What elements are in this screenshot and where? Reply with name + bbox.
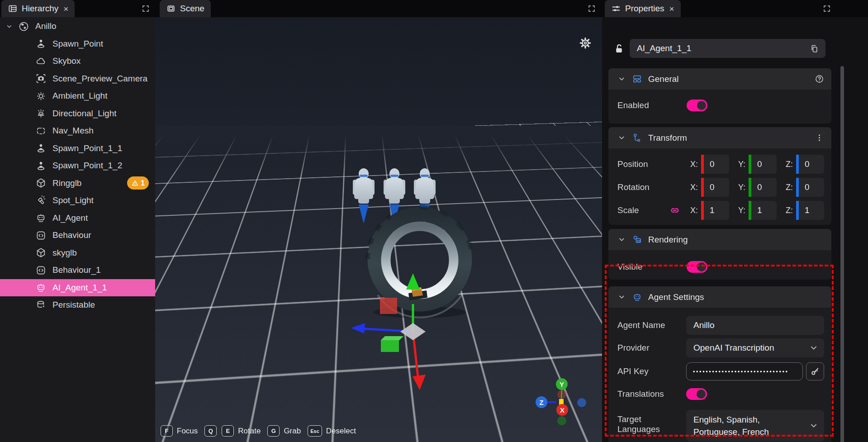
section-header[interactable]: Transform (608, 127, 831, 148)
scene-viewport[interactable]: Y Z X FFocusQERotateGGrabEscDeselect (155, 17, 602, 442)
viewport-settings-gear-icon[interactable] (579, 36, 592, 50)
rotation-z-input[interactable]: 0 (799, 178, 824, 197)
scene-panel: Scene (155, 0, 602, 442)
field-label: Agent Name (617, 320, 685, 330)
tree-item-Persistable[interactable]: Persistable (0, 296, 155, 314)
section-header[interactable]: Agent Settings (608, 286, 831, 308)
tab-properties[interactable]: Properties × (605, 0, 681, 17)
expand-panel-icon[interactable] (142, 5, 150, 13)
translations-toggle[interactable] (686, 388, 707, 400)
warning-count: 1 (141, 179, 145, 187)
gizmo-arrow-y[interactable] (406, 273, 420, 290)
copy-icon[interactable] (810, 44, 819, 53)
tree-item-label: Skybox (52, 56, 155, 66)
section-general: GeneralEnabled (608, 68, 831, 124)
section-header[interactable]: General (608, 68, 831, 90)
enabled-toggle[interactable] (687, 100, 707, 111)
axis-field: Y:0 (735, 155, 777, 174)
chevron-down-icon[interactable] (617, 293, 626, 301)
hierarchy-icon (8, 4, 18, 14)
visible-toggle[interactable] (687, 261, 707, 273)
chevron-down-icon[interactable] (617, 75, 626, 83)
target-languages-select[interactable]: English, Spanish, Portuguese, French (686, 410, 824, 442)
scale-x-input[interactable]: 1 (704, 201, 729, 220)
tree-item-Ambient_Light[interactable]: Ambient_Light (0, 87, 155, 105)
database-icon (35, 299, 47, 311)
tab-hierarchy[interactable]: Hierarchy × (1, 0, 75, 17)
position-x-input[interactable]: 0 (704, 155, 729, 174)
sun-icon (35, 90, 47, 102)
close-icon[interactable]: × (669, 5, 674, 13)
tree-item-Behaviour[interactable]: Behaviour (0, 227, 155, 244)
gizmo-plane-x[interactable] (380, 298, 397, 314)
more-options-icon[interactable] (815, 133, 824, 143)
gizmo-arrow-z[interactable] (351, 323, 365, 333)
chevron-down-icon[interactable] (617, 235, 626, 244)
chevron-down-icon[interactable] (809, 421, 819, 431)
tree-item-Spawn_Point_1_1[interactable]: Spawn_Point_1_1 (0, 140, 155, 157)
scrollbar-thumb[interactable] (840, 66, 844, 442)
tree-item-AI_Agent_1_1[interactable]: AI_Agent_1_1 (0, 279, 155, 297)
axis-orientation-gizmo[interactable]: Y Z X (536, 378, 586, 425)
spawn-point-icon (35, 160, 47, 171)
reveal-key-button[interactable] (806, 362, 824, 380)
close-icon[interactable]: × (63, 5, 68, 13)
scale-z-input[interactable]: 1 (799, 201, 824, 220)
field-control: OpenAI Transcription (686, 338, 824, 357)
expand-viewport-icon[interactable] (588, 5, 596, 13)
tree-item-Spot_Light[interactable]: Spot_Light (0, 192, 155, 209)
gizmo-plane-y[interactable] (381, 340, 399, 352)
link-scale-icon[interactable] (669, 204, 681, 216)
chevron-down-icon[interactable] (5, 23, 13, 30)
tree-item-Spawn_Point_1_2[interactable]: Spawn_Point_1_2 (0, 157, 155, 175)
flashlight-icon (35, 195, 47, 206)
axis-z-label: Z (539, 399, 543, 406)
section-agent-settings: Agent SettingsAgent NameAnilloProviderOp… (608, 286, 831, 442)
tree-item-label: AI_Agent_1_1 (52, 283, 155, 293)
section-header[interactable]: Rendering (608, 229, 831, 250)
rotation-y-input[interactable]: 0 (751, 178, 777, 197)
shortcut-E: ERotate (222, 425, 262, 437)
axis-label: Z: (783, 206, 793, 215)
scale-y-input[interactable]: 1 (751, 201, 777, 220)
chevron-down-icon[interactable] (809, 343, 819, 353)
tree-item-Nav_Mesh[interactable]: Nav_Mesh (0, 122, 155, 140)
tree-item-Scene_Preview_Camera[interactable]: Scene_Preview_Camera (0, 70, 155, 88)
tree-item-Directional_Light[interactable]: Directional_Light (0, 105, 155, 123)
field-control: Anillo (686, 316, 824, 335)
agent-name-input[interactable]: Anillo (686, 316, 824, 335)
position-y-input[interactable]: 0 (751, 155, 777, 174)
gizmo-arrow-x[interactable] (413, 375, 426, 390)
api-key-input[interactable]: •••••••••••••••••••••••••••••• (686, 362, 803, 380)
position-z-input[interactable]: 0 (799, 155, 824, 174)
warning-badge[interactable]: 1 (127, 176, 149, 190)
axis-label: X: (688, 160, 698, 169)
field-control: English, Spanish, Portuguese, French (686, 410, 824, 442)
tree-item-skyglb[interactable]: skyglb (0, 244, 155, 262)
properties-panel: Properties × AI_Agent_1_1 GeneralEnabled… (602, 0, 868, 442)
help-icon[interactable] (815, 74, 824, 84)
tree-item-Anillo[interactable]: Anillo (0, 18, 155, 35)
axis-label: Y: (735, 160, 745, 169)
gizmo-center-handle[interactable] (400, 323, 426, 340)
rotation-x-input[interactable]: 0 (704, 178, 729, 197)
section-icon (632, 292, 642, 302)
shortcut-Q: Q (204, 425, 217, 437)
tree-item-Skybox[interactable]: Skybox (0, 52, 155, 70)
tree-item-AI_Agent[interactable]: AI_Agent (0, 209, 155, 227)
tree-item-label: Spot_Light (52, 195, 155, 205)
expand-properties-icon[interactable] (823, 5, 831, 13)
properties-scrollbar[interactable] (840, 39, 844, 438)
tree-item-Behaviour_1[interactable]: Behaviour_1 (0, 261, 155, 279)
object-name-field[interactable]: AI_Agent_1_1 (630, 39, 825, 58)
key-F: F (161, 425, 173, 437)
chevron-down-icon[interactable] (617, 133, 626, 142)
lock-open-icon[interactable] (613, 43, 625, 55)
provider-select[interactable]: OpenAI Transcription (686, 338, 824, 357)
code-icon (35, 265, 47, 276)
tree-item-Ringglb[interactable]: Ringglb1 (0, 175, 155, 192)
tree-item-Spawn_Point[interactable]: Spawn_Point (0, 35, 155, 53)
cloud-icon (35, 56, 47, 67)
spawn-point-icon (35, 38, 47, 49)
tab-scene[interactable]: Scene (160, 0, 211, 17)
